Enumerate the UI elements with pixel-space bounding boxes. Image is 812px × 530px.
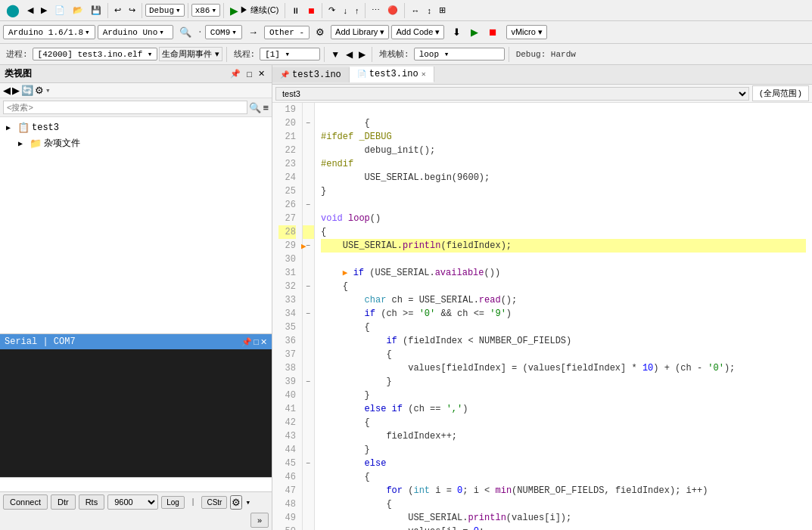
search-input[interactable] bbox=[3, 101, 247, 114]
t1-btn[interactable]: ↔ bbox=[408, 5, 422, 17]
download-btn[interactable]: ⬇ bbox=[449, 24, 465, 40]
tab-test3-pinned[interactable]: 📌 test3.ino bbox=[272, 67, 350, 82]
sidebar-float-btn[interactable]: □ bbox=[244, 68, 254, 79]
tab-close-btn[interactable]: ✕ bbox=[422, 70, 426, 79]
new-btn[interactable]: 📄 bbox=[51, 4, 68, 17]
serial-pin-btn[interactable]: 📌 bbox=[241, 337, 252, 347]
proc-arrow: ▾ bbox=[148, 50, 153, 59]
process-dropdown[interactable]: [42000] test3.ino.elf ▾ bbox=[33, 48, 158, 60]
serial-panel: Serial | COM7 📌 □ ✕ Connect Dtr Rts 9600… bbox=[0, 333, 272, 530]
log-btn[interactable]: Log bbox=[161, 496, 185, 509]
port-dropdown[interactable]: COM9 ▾ bbox=[205, 25, 242, 39]
upload-serial-btn[interactable]: → bbox=[244, 24, 262, 40]
search-btn[interactable]: 🔍 bbox=[176, 24, 195, 40]
fold-39[interactable]: − bbox=[303, 378, 313, 386]
fold-20[interactable]: − bbox=[303, 119, 313, 128]
back-btn[interactable]: ◀ bbox=[24, 4, 36, 17]
tab-active-icon: 📄 bbox=[357, 70, 366, 79]
other-dropdown[interactable]: Other - bbox=[264, 26, 310, 39]
stop-upload-btn[interactable]: ⏹ bbox=[484, 24, 502, 40]
step-over-btn[interactable]: ↷ bbox=[325, 4, 338, 17]
sidebar-back-btn[interactable]: ◀ bbox=[3, 85, 11, 96]
serial-close-btn[interactable]: ✕ bbox=[260, 337, 267, 347]
board-type-dropdown[interactable]: Arduino Uno ▾ bbox=[98, 25, 173, 39]
redo-btn[interactable]: ↪ bbox=[126, 4, 138, 17]
extra-btns[interactable]: ⋯ bbox=[369, 4, 383, 17]
vmicro-btn[interactable]: vMicro ▾ bbox=[506, 25, 546, 39]
sep1 bbox=[107, 3, 108, 18]
undo-btn[interactable]: ↩ bbox=[111, 4, 124, 17]
sidebar-refresh-btn[interactable]: 🔄 bbox=[21, 85, 33, 96]
search-submit-btn[interactable]: 🔍 bbox=[249, 102, 261, 113]
file-nav-select[interactable]: test3 bbox=[275, 87, 749, 101]
breakpoints-btn[interactable]: 🔴 bbox=[384, 4, 401, 17]
stop-btn2[interactable]: ⏹ bbox=[304, 5, 319, 17]
main-toolbar: ⬤ ◀ ▶ 📄 📂 💾 ↩ ↪ Debug ▾ x86 ▾ ▶ ▶ 继续(C) … bbox=[0, 0, 812, 21]
fold-45[interactable]: − bbox=[303, 460, 313, 468]
step-into-btn[interactable]: ↓ bbox=[340, 5, 350, 17]
code-content[interactable]: { #ifdef _DEBUG debug_init(); #endif USE… bbox=[315, 103, 812, 530]
serial-float-btn[interactable]: □ bbox=[254, 337, 259, 347]
project-icon: 📋 bbox=[17, 122, 30, 134]
stack-dropdown[interactable]: loop ▾ bbox=[414, 48, 505, 60]
lifecycle-btn[interactable]: 生命周期事件 ▾ bbox=[159, 47, 222, 61]
tree-item-misc[interactable]: ▶ 📁 杂项文件 bbox=[3, 135, 269, 151]
sidebar-pin-btn[interactable]: 📌 bbox=[228, 68, 243, 79]
tree-item-test3[interactable]: ▶ 📋 test3 bbox=[3, 120, 269, 135]
pause-btn[interactable]: ⏸ bbox=[288, 5, 303, 17]
gear-icon: ⚙ bbox=[316, 26, 325, 38]
arduino-home-btn[interactable]: ⬤ bbox=[3, 2, 23, 19]
board-version-dropdown[interactable]: Arduino 1.6/1.8 ▾ bbox=[3, 25, 95, 39]
folder-icon: 📁 bbox=[30, 138, 42, 150]
search-list-btn[interactable]: ≡ bbox=[263, 102, 269, 113]
bt-arrow: ▾ bbox=[159, 27, 164, 37]
dtr-btn[interactable]: Dtr bbox=[51, 494, 76, 510]
editor-area: 📌 test3.ino 📄 test3.ino ✕ test3 (全局范围) 1… bbox=[272, 65, 812, 530]
filter2-btn[interactable]: ◀ bbox=[344, 48, 355, 60]
run-btn[interactable]: ▶ bbox=[467, 24, 482, 40]
fold-32[interactable]: − bbox=[303, 283, 313, 291]
t2-btn[interactable]: ↕ bbox=[424, 5, 434, 17]
sidebar-controls: 📌 □ ✕ bbox=[228, 68, 267, 79]
serial-body bbox=[0, 349, 272, 477]
serial-expand-btn[interactable]: » bbox=[250, 513, 269, 528]
line-dropdown[interactable]: [1] ▾ bbox=[260, 48, 320, 60]
add-library-btn[interactable]: Add Library ▾ bbox=[331, 25, 389, 39]
step-out-btn[interactable]: ↑ bbox=[352, 5, 362, 17]
baud-rate-select[interactable]: 9600 115200 bbox=[107, 494, 158, 510]
cstr-btn[interactable]: CStr bbox=[201, 496, 227, 509]
rts-btn[interactable]: Rts bbox=[79, 494, 105, 510]
filter3-btn[interactable]: ▶ bbox=[356, 48, 368, 60]
main-area: 类视图 📌 □ ✕ ◀ ▶ 🔄 ⚙ ▾ 🔍 ≡ ▶ 📋 te bbox=[0, 65, 812, 530]
fold-34[interactable]: − bbox=[303, 310, 313, 318]
step-out-icon: ↑ bbox=[355, 6, 359, 15]
connect-btn[interactable]: Connect bbox=[3, 494, 48, 510]
add-code-btn[interactable]: Add Code ▾ bbox=[391, 25, 444, 39]
arch-dropdown[interactable]: x86 ▾ bbox=[191, 4, 220, 17]
serial-input[interactable] bbox=[0, 477, 272, 491]
stop-icon2: ⏹ bbox=[307, 6, 316, 15]
undo-icon: ↩ bbox=[114, 5, 121, 15]
sep3 bbox=[188, 3, 188, 18]
tab-test3-active[interactable]: 📄 test3.ino ✕ bbox=[350, 67, 434, 82]
t3-btn[interactable]: ⊞ bbox=[436, 4, 449, 17]
save-btn[interactable]: 💾 bbox=[88, 4, 104, 17]
filter-btn[interactable]: ▼ bbox=[328, 48, 342, 60]
forward-btn[interactable]: ▶ bbox=[38, 4, 50, 17]
serial-header-controls: 📌 □ ✕ bbox=[241, 337, 267, 347]
serial-settings-btn[interactable]: ⚙ bbox=[230, 495, 242, 510]
sidebar-forward-btn[interactable]: ▶ bbox=[12, 85, 20, 96]
search-bar: 🔍 ≡ bbox=[0, 98, 272, 117]
line-label: 线程: bbox=[231, 48, 259, 60]
continue-btn[interactable]: ▶ ▶ 继续(C) bbox=[227, 3, 282, 18]
sidebar-settings-btn[interactable]: ⚙ bbox=[35, 85, 44, 96]
open-btn[interactable]: 📂 bbox=[70, 4, 86, 17]
search-icon: 🔍 bbox=[179, 26, 191, 38]
debug-mode-dropdown[interactable]: Debug ▾ bbox=[145, 4, 185, 17]
tb3-sep1 bbox=[226, 47, 227, 62]
sidebar-close-btn[interactable]: ✕ bbox=[256, 68, 267, 79]
line-value: [1] bbox=[265, 50, 280, 59]
fold-26[interactable]: − bbox=[303, 201, 313, 209]
board-type-label: Arduino Uno bbox=[103, 28, 158, 37]
settings-btn[interactable]: ⚙ bbox=[312, 24, 328, 40]
